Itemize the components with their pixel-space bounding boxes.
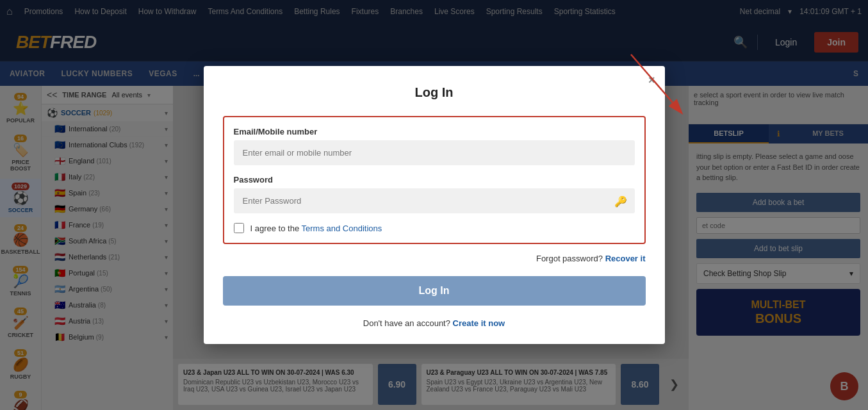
modal-close-button[interactable]: × [648,74,655,87]
terms-checkbox[interactable] [234,223,244,233]
terms-row: I agree to the Terms and Conditions [234,223,635,233]
login-form-border: Email/Mobile number Password 🔑 I agree t… [223,116,646,244]
show-password-icon[interactable]: 🔑 [614,195,627,207]
password-input[interactable] [234,188,635,213]
login-modal: × Log In Email/Mobile number Password 🔑 … [204,66,665,344]
email-form-group: Email/Mobile number [234,127,635,165]
create-account-link[interactable]: Create it now [453,318,505,328]
no-account-row: Don't have an account? Create it now [223,318,646,328]
forgot-password-row: Forgot password? Recover it [223,254,646,263]
recover-link[interactable]: Recover it [605,254,646,263]
email-input[interactable] [234,140,635,165]
email-label: Email/Mobile number [234,127,635,136]
password-label: Password [234,175,635,184]
password-input-wrapper: 🔑 [234,188,635,213]
modal-overlay: × Log In Email/Mobile number Password 🔑 … [0,0,868,410]
modal-title: Log In [223,85,646,100]
password-form-group: Password 🔑 [234,175,635,213]
terms-link[interactable]: Terms and Conditions [302,224,382,233]
forgot-text: Forgot password? [536,254,603,263]
login-submit-button[interactable]: Log In [223,276,646,306]
no-account-text: Don't have an account? [363,318,450,328]
terms-text: I agree to the Terms and Conditions [250,224,382,233]
